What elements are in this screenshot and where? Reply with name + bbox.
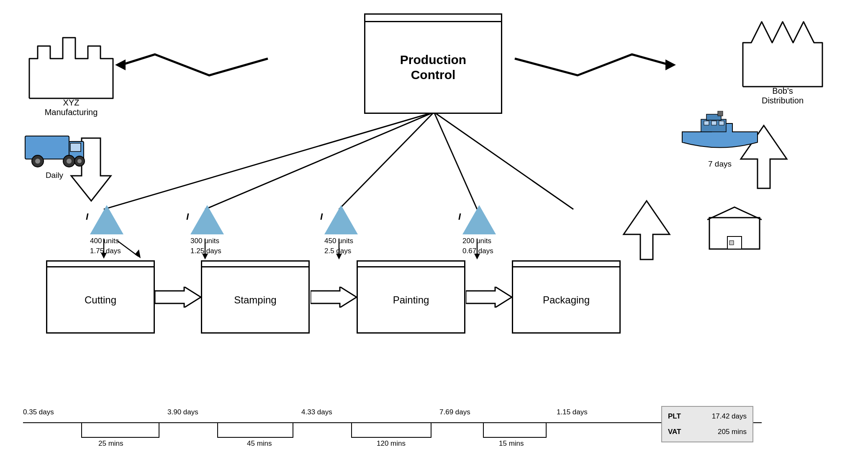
svg-marker-41 — [466, 287, 512, 308]
timeline-mins-2: 120 mins — [377, 439, 406, 448]
svg-marker-40 — [311, 287, 357, 308]
inventory-4: I 200 units 0.67 days — [462, 205, 496, 256]
production-control-box: Production Control — [364, 13, 502, 114]
inventory-1: I 400 units 1.75 days — [90, 205, 123, 256]
timeline-days-3: 7.69 days — [439, 408, 470, 416]
arrow-cutting-stamping — [155, 287, 201, 309]
production-control-label: Production Control — [396, 22, 470, 113]
svg-rect-21 — [25, 136, 69, 159]
svg-marker-11 — [135, 249, 141, 258]
stamping-label: Stamping — [231, 267, 280, 332]
svg-rect-32 — [718, 111, 723, 116]
arrow-stamping-painting — [311, 287, 357, 309]
customer-label: Bob's Distribution — [739, 86, 827, 105]
timeline-days-0: 0.35 days — [23, 408, 54, 416]
inventory-2: I 300 units 1.25 days — [190, 205, 224, 256]
svg-rect-34 — [711, 121, 716, 125]
vat-value: 205 mins — [718, 426, 747, 439]
truck-icon: Daily — [23, 126, 86, 180]
svg-rect-35 — [719, 121, 724, 125]
svg-point-27 — [67, 159, 72, 164]
stamping-process: Stamping — [201, 260, 310, 334]
cutting-process: Cutting — [46, 260, 155, 334]
timeline-mins-3: 15 mins — [499, 439, 524, 448]
svg-line-6 — [434, 112, 573, 209]
svg-rect-23 — [70, 143, 81, 152]
svg-marker-18 — [624, 201, 670, 259]
inventory-3-label: 450 units 2.5 days — [324, 236, 358, 256]
plt-label: PLT — [668, 410, 681, 423]
supplier-factory: XYZ Manufacturing — [25, 33, 117, 117]
painting-label: Painting — [390, 267, 433, 332]
packaging-process: Packaging — [512, 260, 621, 334]
ship-icon: 7 days — [678, 111, 762, 169]
summary-box: PLT 17.42 days VAT 205 mins — [661, 406, 753, 442]
delivery-frequency-label: Daily — [23, 171, 86, 180]
svg-point-29 — [77, 159, 82, 163]
svg-marker-1 — [665, 59, 676, 70]
inventory-2-label: 300 units 1.25 days — [190, 236, 224, 256]
svg-line-5 — [434, 112, 477, 209]
customer-distribution: Bob's Distribution — [739, 13, 827, 105]
inventory-1-label: 400 units 1.75 days — [90, 236, 123, 256]
inventory-4-label: 200 units 0.67 days — [462, 236, 496, 256]
svg-line-2 — [104, 112, 434, 209]
timeline-days-1: 3.90 days — [167, 408, 198, 416]
cutting-label: Cutting — [81, 267, 120, 332]
timeline-days-4: 1.15 days — [557, 408, 588, 416]
timeline-mins-1: 45 mins — [247, 439, 272, 448]
svg-line-3 — [205, 112, 434, 209]
ship-days-label: 7 days — [678, 159, 762, 169]
vat-label: VAT — [668, 426, 681, 439]
svg-rect-38 — [729, 241, 734, 245]
arrow-painting-packaging — [466, 287, 512, 309]
svg-line-4 — [339, 112, 434, 209]
production-control-header — [365, 15, 501, 22]
packaging-label: Packaging — [539, 267, 593, 332]
painting-process: Painting — [357, 260, 465, 334]
warehouse-icon — [707, 205, 762, 253]
supplier-label: XYZ Manufacturing — [25, 98, 117, 117]
inventory-3: I 450 units 2.5 days — [324, 205, 358, 256]
svg-marker-39 — [155, 287, 201, 308]
timeline-mins-0: 25 mins — [98, 439, 123, 448]
svg-point-25 — [35, 159, 40, 164]
svg-rect-33 — [704, 121, 709, 125]
plt-value: 17.42 days — [712, 410, 747, 423]
timeline-days-2: 4.33 days — [301, 408, 332, 416]
